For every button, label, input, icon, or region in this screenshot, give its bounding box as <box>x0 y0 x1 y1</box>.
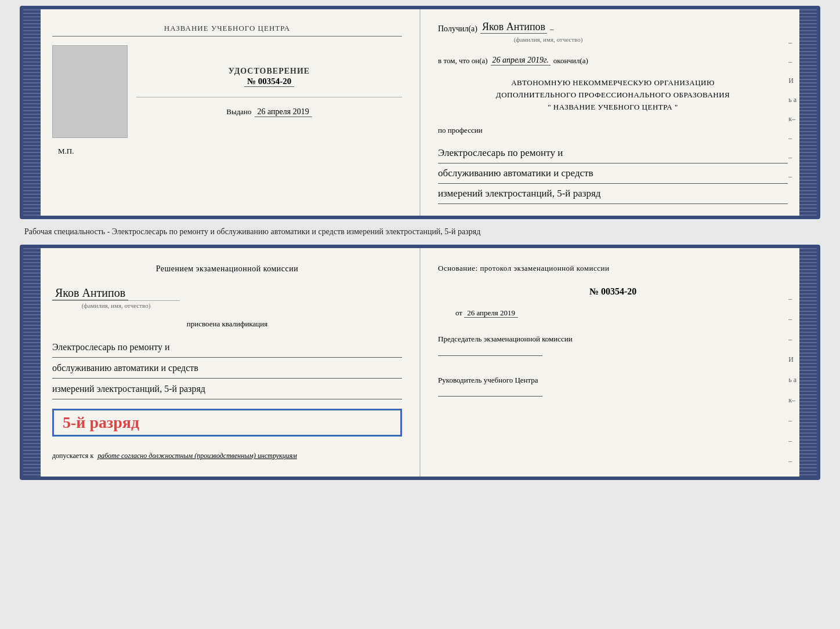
certificate-title: УДОСТОВЕРЕНИЕ <box>229 67 310 76</box>
poluchil-label: Получил(а) <box>438 24 477 34</box>
grade-badge: 5-й разряд <box>52 409 402 437</box>
recipient-name: Яков Антипов <box>480 21 547 34</box>
training-center-title: НАЗВАНИЕ УЧЕБНОГО ЦЕНТРА <box>52 24 402 37</box>
rukovoditel-block: Руководитель учебного Центра <box>438 375 788 397</box>
fio-sublabel-top: (фамилия, имя, отчество) <box>484 36 612 43</box>
bottom-certificate-book: Решением экзаменационной комиссии Яков А… <box>20 245 820 479</box>
bottom-ot-date: 26 апреля 2019 <box>464 308 518 318</box>
profession-line2: обслуживанию автоматики и средств <box>438 163 788 184</box>
certificate-number: № 00354-20 <box>244 77 294 87</box>
vtom-prefix: в том, что он(а) <box>438 56 488 66</box>
okonchil-label: окончил(а) <box>553 56 588 66</box>
poluchil-line: Получил(а) Яков Антипов – <box>438 21 788 34</box>
bottom-fio-handwritten: Яков Антипов <box>52 286 128 300</box>
prisvoena-text: присвоена квалификация <box>52 319 402 329</box>
certificate-label-block: УДОСТОВЕРЕНИЕ № 00354-20 <box>229 67 310 87</box>
qual-line3: измерений электростанций, 5-й разряд <box>52 379 402 399</box>
dopuskaetsya-value: работе согласно должностным (производств… <box>97 452 297 460</box>
grade-text: 5-й разряд <box>63 413 139 431</box>
bottom-book-right-page: – – – И ь а к– – – – – Основание: проток… <box>421 248 817 476</box>
working-specialty-text: Рабочая специальность - Электрослесарь п… <box>20 225 820 239</box>
spine-right <box>799 9 817 216</box>
qual-line1: Электрослесарь по ремонту и <box>52 337 402 358</box>
vydano-line: Выдано 26 апреля 2019 <box>226 107 312 117</box>
bottom-book-left-page: Решением экзаменационной комиссии Яков А… <box>23 248 421 476</box>
bottom-spine-right <box>799 248 817 476</box>
osnovaniye-text: Основание: протокол экзаменационной коми… <box>438 263 788 275</box>
org-line2: ДОПОЛНИТЕЛЬНОГО ПРОФЕССИОНАЛЬНОГО ОБРАЗО… <box>438 89 788 101</box>
top-book-right-page: – – И ь а к– – – – Получил(а) Яков Антип… <box>421 9 817 216</box>
org-quoted-name: " НАЗВАНИЕ УЧЕБНОГО ЦЕНТРА " <box>438 101 788 114</box>
vydano-label: Выдано <box>226 107 251 117</box>
bottom-spine-left <box>23 248 41 476</box>
chairman-label: Председатель экзаменационной комиссии <box>438 333 788 345</box>
ot-label: от <box>455 308 462 317</box>
top-book-left-page: НАЗВАНИЕ УЧЕБНОГО ЦЕНТРА УДОСТОВЕРЕНИЕ №… <box>23 9 421 216</box>
qual-line2: обслуживанию автоматики и средств <box>52 358 402 379</box>
vydano-date: 26 апреля 2019 <box>255 107 312 117</box>
qualification-block: Электрослесарь по ремонту и обслуживанию… <box>52 337 402 400</box>
org-line1: АВТОНОМНУЮ НЕКОММЕРЧЕСКУЮ ОРГАНИЗАЦИЮ <box>438 77 788 89</box>
po-professii-label: по профессии <box>438 126 788 135</box>
profession-line1: Электрослесарь по ремонту и <box>438 143 788 163</box>
ot-date-line: от 26 апреля 2019 <box>455 308 788 318</box>
rukovoditel-label: Руководитель учебного Центра <box>438 375 788 386</box>
dopuskaetsya-line: допускается к работе согласно должностны… <box>52 450 402 461</box>
fio-block-bottom: Яков Антипов (фамилия, имя, отчество) <box>52 286 402 309</box>
bottom-protocol-number: № 00354-20 <box>438 286 788 297</box>
chairman-signature-line <box>438 355 542 356</box>
vtom-date: 26 апреля 2019г. <box>491 56 551 66</box>
bottom-right-side-decorations: – – – И ь а к– – – – – <box>788 294 796 479</box>
separator <box>136 97 402 97</box>
chairman-block: Председатель экзаменационной комиссии <box>438 333 788 356</box>
profession-line3: измерений электростанций, 5-й разряд <box>438 184 788 204</box>
right-side-decorations: – – И ь а к– – – – <box>788 38 796 181</box>
photo-placeholder <box>52 45 128 138</box>
bottom-fio-sublabel: (фамилия, имя, отчество) <box>52 300 180 309</box>
resheniem-title: Решением экзаменационной комиссии <box>52 263 402 275</box>
profession-block: Электрослесарь по ремонту и обслуживанию… <box>438 143 788 204</box>
top-certificate-book: НАЗВАНИЕ УЧЕБНОГО ЦЕНТРА УДОСТОВЕРЕНИЕ №… <box>20 6 820 219</box>
dopuskaetsya-prefix: допускается к <box>52 452 93 460</box>
mp-label: М.П. <box>58 147 74 156</box>
rukovoditel-signature-line <box>438 396 542 397</box>
org-name-block: АВТОНОМНУЮ НЕКОММЕРЧЕСКУЮ ОРГАНИЗАЦИЮ ДО… <box>438 77 788 113</box>
vtom-line: в том, что он(а) 26 апреля 2019г. окончи… <box>438 56 788 66</box>
spine-left <box>23 9 41 216</box>
